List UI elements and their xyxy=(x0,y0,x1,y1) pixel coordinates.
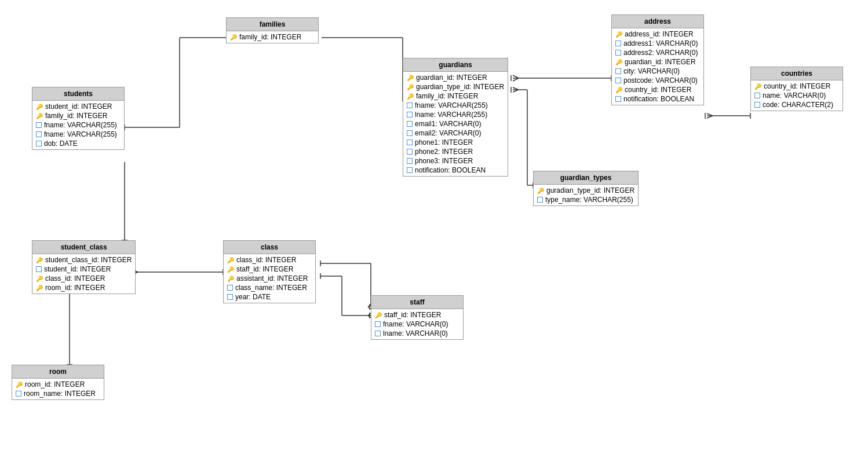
table-staff: staff🔑staff_id: INTEGERfname: VARCHAR(0)… xyxy=(371,295,464,340)
table-class: class🔑class_id: INTEGER🔑staff_id: INTEGE… xyxy=(223,240,316,303)
table-row: name: VARCHAR(0) xyxy=(751,91,843,100)
field-label: email2: VARCHAR(0) xyxy=(415,129,481,137)
table-body-guardian_types: 🔑guradian_type_id: INTEGERtype_name: VAR… xyxy=(534,185,638,206)
table-body-students: 🔑student_id: INTEGER🔑family_id: INTEGERf… xyxy=(32,101,124,149)
field-label: class_name: INTEGER xyxy=(235,284,307,292)
field-label: staff_id: INTEGER xyxy=(384,311,441,319)
field-label: fname: VARCHAR(0) xyxy=(383,320,448,328)
table-guardians: guardians🔑guardian_id: INTEGER🔑guardian_… xyxy=(403,58,508,177)
field-icon xyxy=(407,167,413,173)
field-label: room_name: INTEGER xyxy=(24,390,96,398)
field-icon xyxy=(36,141,42,146)
table-row: 🔑student_class_id: INTEGER xyxy=(32,255,135,265)
table-header-staff: staff xyxy=(371,296,463,309)
svg-line-21 xyxy=(513,90,519,92)
field-label: guardian_id: INTEGER xyxy=(416,74,487,82)
table-header-class: class xyxy=(224,241,315,254)
field-icon xyxy=(36,131,42,137)
field-icon xyxy=(407,140,413,145)
key-icon: 🔑 xyxy=(36,104,43,110)
table-row: 🔑country_id: INTEGER xyxy=(751,82,843,91)
field-label: type_name: VARCHAR(255) xyxy=(545,196,633,204)
table-body-room: 🔑room_id: INTEGERroom_name: INTEGER xyxy=(12,379,104,399)
svg-line-8 xyxy=(513,75,519,78)
field-label: address2: VARCHAR(0) xyxy=(623,49,698,57)
table-families: families🔑family_id: INTEGER xyxy=(226,17,319,43)
table-header-students: students xyxy=(32,87,124,101)
svg-line-13 xyxy=(707,113,713,116)
table-row: 🔑student_id: INTEGER xyxy=(32,102,124,111)
field-label: room_id: INTEGER xyxy=(45,284,105,292)
field-label: student_id: INTEGER xyxy=(44,265,111,273)
table-row: email2: VARCHAR(0) xyxy=(403,129,508,138)
field-icon xyxy=(407,121,413,127)
table-row: notification: BOOLEAN xyxy=(403,166,508,175)
table-row: 🔑family_id: INTEGER xyxy=(32,111,124,120)
field-icon xyxy=(407,149,413,155)
field-label: fname: VARCHAR(255) xyxy=(44,130,117,138)
table-guardian_types: guardian_types🔑guradian_type_id: INTEGER… xyxy=(533,171,639,206)
table-row: type_name: VARCHAR(255) xyxy=(534,195,638,204)
field-icon xyxy=(615,50,621,56)
table-row: code: CHARACTER(2) xyxy=(751,100,843,109)
table-body-staff: 🔑staff_id: INTEGERfname: VARCHAR(0)lname… xyxy=(371,309,463,339)
key-icon: 🔑 xyxy=(227,276,234,282)
table-row: student_id: INTEGER xyxy=(32,265,135,274)
field-label: year: DATE xyxy=(235,293,271,301)
table-row: 🔑family_id: INTEGER xyxy=(227,32,318,42)
svg-line-20 xyxy=(513,87,519,90)
field-label: guardian_type_id: INTEGER xyxy=(416,83,504,91)
field-label: assistant_id: INTEGER xyxy=(236,274,308,282)
field-label: student_class_id: INTEGER xyxy=(45,256,132,264)
table-body-guardians: 🔑guardian_id: INTEGER🔑guardian_type_id: … xyxy=(403,72,508,176)
field-label: guradian_type_id: INTEGER xyxy=(546,186,634,195)
field-label: fname: VARCHAR(255) xyxy=(415,101,488,109)
field-icon xyxy=(754,102,760,108)
field-label: notification: BOOLEAN xyxy=(415,166,486,174)
field-label: staff_id: INTEGER xyxy=(236,265,293,273)
table-row: lname: VARCHAR(255) xyxy=(403,110,508,119)
table-row: room_name: INTEGER xyxy=(12,389,104,398)
field-label: phone1: INTEGER xyxy=(415,138,473,146)
field-label: lname: VARCHAR(255) xyxy=(415,111,487,119)
field-icon xyxy=(407,102,413,108)
field-icon xyxy=(36,122,42,128)
table-row: postcode: VARCHAR(0) xyxy=(612,76,703,85)
field-label: postcode: VARCHAR(0) xyxy=(623,76,698,85)
table-row: city: VARCHAR(0) xyxy=(612,67,703,76)
svg-line-9 xyxy=(513,78,519,81)
table-header-families: families xyxy=(227,18,318,31)
field-label: family_id: INTEGER xyxy=(45,112,107,120)
field-icon xyxy=(615,78,621,83)
table-row: fname: VARCHAR(255) xyxy=(32,120,124,130)
table-students: students🔑student_id: INTEGER🔑family_id: … xyxy=(32,87,125,150)
table-row: 🔑family_id: INTEGER xyxy=(403,91,508,101)
field-icon xyxy=(375,321,381,327)
field-label: class_id: INTEGER xyxy=(236,256,296,264)
table-row: 🔑guardian_id: INTEGER xyxy=(403,73,508,82)
key-icon: 🔑 xyxy=(36,113,43,119)
table-row: 🔑room_id: INTEGER xyxy=(32,283,135,292)
table-row: fname: VARCHAR(255) xyxy=(403,101,508,110)
table-row: email1: VARCHAR(0) xyxy=(403,119,508,129)
field-icon xyxy=(615,41,621,46)
key-icon: 🔑 xyxy=(615,31,622,38)
table-row: fname: VARCHAR(0) xyxy=(371,320,463,329)
field-label: class_id: INTEGER xyxy=(45,274,105,282)
table-body-address: 🔑address_id: INTEGERaddress1: VARCHAR(0)… xyxy=(612,28,703,105)
table-row: phone2: INTEGER xyxy=(403,147,508,156)
table-row: phone3: INTEGER xyxy=(403,156,508,166)
field-icon xyxy=(227,294,233,300)
table-row: 🔑class_id: INTEGER xyxy=(32,274,135,283)
field-label: family_id: INTEGER xyxy=(416,92,478,100)
table-row: 🔑assistant_id: INTEGER xyxy=(224,274,315,283)
table-row: address1: VARCHAR(0) xyxy=(612,39,703,48)
field-label: family_id: INTEGER xyxy=(239,33,301,41)
key-icon: 🔑 xyxy=(36,285,43,291)
table-header-countries: countries xyxy=(751,67,843,80)
key-icon: 🔑 xyxy=(227,257,234,263)
field-icon xyxy=(407,112,413,118)
field-label: notification: BOOLEAN xyxy=(623,95,694,103)
field-label: name: VARCHAR(0) xyxy=(763,91,826,100)
table-body-countries: 🔑country_id: INTEGERname: VARCHAR(0)code… xyxy=(751,80,843,111)
